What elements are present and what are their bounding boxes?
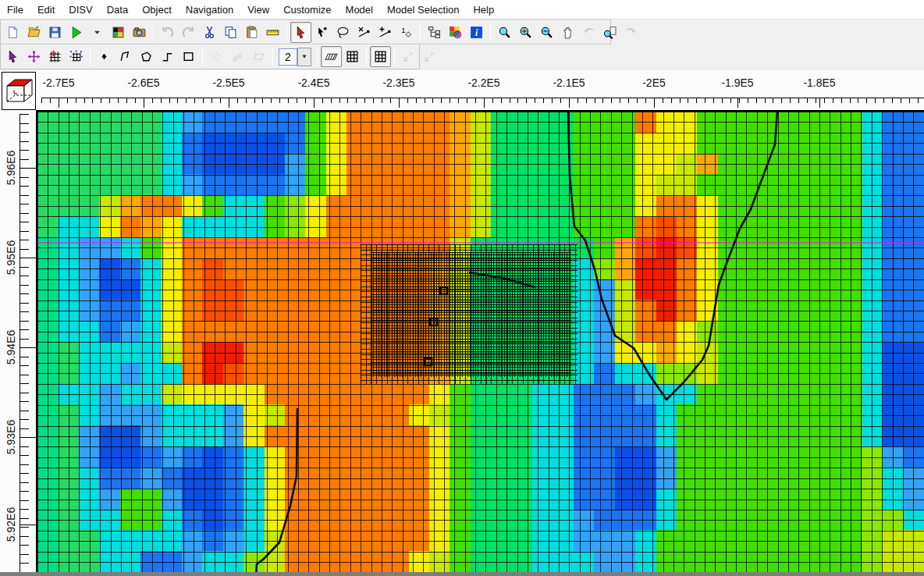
polyline-object-button[interactable] <box>115 46 136 67</box>
top-ruler-label: -2.3E5 <box>382 76 414 89</box>
zoom-button[interactable] <box>494 22 515 43</box>
top-ruler-label: -2.6E5 <box>127 76 159 89</box>
zoom-extents-button[interactable] <box>599 22 620 43</box>
subdivision-count-combobox[interactable]: 2▼ <box>279 48 311 66</box>
object-tree-icon <box>428 26 441 39</box>
boundary-line-bottom-left[interactable] <box>256 408 297 572</box>
export-image-icon <box>133 26 146 39</box>
rectangle-object-button[interactable] <box>178 46 199 67</box>
select-objects-button[interactable] <box>290 22 311 43</box>
parallel-lines-button <box>227 46 248 67</box>
vertex-value-p2-button: P <box>419 46 440 67</box>
toolbar-group <box>370 46 391 67</box>
toolbar-separator <box>286 23 287 41</box>
toolbar-group: 1 <box>290 22 417 43</box>
toolbar-group <box>2 22 150 43</box>
show-cell-values-button[interactable]: 1 <box>396 22 417 43</box>
menu-file[interactable]: File <box>0 1 30 19</box>
point-object-button[interactable] <box>94 46 115 67</box>
object-line-refined-area[interactable] <box>469 272 535 287</box>
menu-help[interactable]: Help <box>466 1 501 19</box>
paste-button[interactable] <box>241 22 262 43</box>
insert-vertex-button[interactable] <box>375 22 396 43</box>
toolbar-separator <box>490 23 491 41</box>
parallel-lines-icon <box>231 50 244 63</box>
menu-view[interactable]: View <box>240 1 276 19</box>
well-marker[interactable] <box>440 287 447 294</box>
map-overlay-lines <box>37 112 924 572</box>
run-model-button[interactable] <box>66 22 87 43</box>
measure-ruler-icon <box>266 26 279 39</box>
parallelogram-icon <box>252 50 265 63</box>
menu-object[interactable]: Object <box>135 1 179 19</box>
menu-model[interactable]: Model <box>339 1 380 19</box>
new-file-button[interactable] <box>2 22 23 43</box>
zoom-in-button[interactable] <box>515 22 536 43</box>
menu-customize[interactable]: Customize <box>276 1 338 19</box>
vertex-value-p1-button: P <box>398 46 419 67</box>
top-ruler-label: -2.4E5 <box>297 76 329 89</box>
combobox-dropdown-icon[interactable]: ▼ <box>297 48 311 66</box>
data-visualization-button[interactable] <box>445 22 466 43</box>
redo-icon <box>182 26 195 39</box>
object-tree-button[interactable] <box>424 22 445 43</box>
move-grid-button[interactable] <box>23 46 44 67</box>
zoom-out-icon <box>540 26 553 39</box>
menu-navigation[interactable]: Navigation <box>179 1 240 19</box>
pan-hand-icon <box>561 26 574 39</box>
redo-button <box>178 22 199 43</box>
menu-edit[interactable]: Edit <box>30 1 62 19</box>
toolbar-separator <box>272 48 273 66</box>
next-view-button <box>620 22 641 43</box>
zoom-out-button[interactable] <box>536 22 557 43</box>
top-ruler-label: -1.9E5 <box>721 76 753 89</box>
hatched-band-button[interactable] <box>321 46 342 67</box>
color-grid-button[interactable] <box>108 22 129 43</box>
lasso-select-button[interactable] <box>332 22 354 43</box>
menu-data[interactable]: Data <box>100 1 135 19</box>
run-dropdown-caret-icon <box>94 29 101 36</box>
mesh-grid-single-button[interactable] <box>370 46 391 67</box>
select-vertices-button[interactable] <box>311 22 332 43</box>
delete-segment-icon <box>357 26 371 39</box>
measure-ruler-button[interactable] <box>262 22 283 43</box>
subdivide-cells-button[interactable] <box>66 46 87 67</box>
subdivision-count-value[interactable]: 2 <box>279 48 297 66</box>
well-marker[interactable] <box>430 318 437 325</box>
view-direction-button[interactable] <box>2 72 36 110</box>
open-folder-button[interactable] <box>23 22 44 43</box>
svg-text:P: P <box>410 51 414 58</box>
model-grid-top-view[interactable] <box>37 112 924 572</box>
lasso-select-icon <box>336 26 350 39</box>
menu-model-selection[interactable]: Model Selection <box>380 1 467 19</box>
mesh-grid-icon <box>346 50 359 63</box>
copy-button[interactable] <box>220 22 241 43</box>
run-dropdown-caret-button[interactable] <box>87 22 108 43</box>
well-marker[interactable] <box>425 358 432 365</box>
modelmuse-window: FileEditDISVDataObjectNavigationViewCust… <box>0 0 924 576</box>
add-gridline-button[interactable] <box>44 46 66 67</box>
cut-button[interactable] <box>199 22 220 43</box>
polygon-object-button[interactable] <box>136 46 157 67</box>
toolbar-main: 1i <box>0 20 611 44</box>
straight-line-object-button[interactable] <box>157 46 178 67</box>
toolbar-group <box>206 46 269 67</box>
save-file-icon <box>48 26 62 39</box>
export-image-button[interactable] <box>129 22 150 43</box>
menu-disv[interactable]: DISV <box>62 1 99 19</box>
boundary-line-right[interactable] <box>568 112 777 400</box>
zoom-icon <box>498 26 511 39</box>
pan-hand-button[interactable] <box>557 22 578 43</box>
toolbar-group <box>94 46 199 67</box>
mesh-grid-button[interactable] <box>342 46 363 67</box>
top-ruler-label: -2.2E5 <box>467 76 499 89</box>
select-grid-button[interactable] <box>2 46 23 67</box>
delete-segment-button[interactable] <box>354 22 375 43</box>
info-button[interactable]: i <box>466 22 487 43</box>
left-ruler-label: 5.93E6 <box>5 420 17 454</box>
top-ruler-label: -2.7E5 <box>42 76 74 89</box>
zoom-extents-icon <box>603 26 617 39</box>
copy-icon <box>224 26 237 39</box>
toolbar-group: 2▼ <box>276 48 314 66</box>
save-file-button[interactable] <box>44 22 66 43</box>
